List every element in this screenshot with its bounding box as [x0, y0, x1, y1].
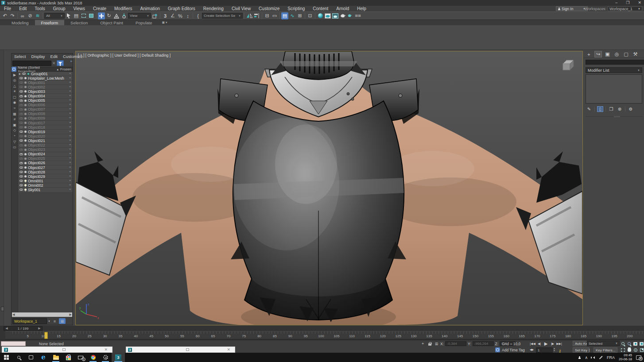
make-unique-icon[interactable] [608, 106, 614, 112]
set-key-mode-icon[interactable] [586, 348, 592, 353]
select-and-scale-icon[interactable] [113, 12, 120, 19]
frozen-toggle-icon[interactable] [69, 143, 71, 147]
visibility-eye-icon[interactable] [19, 162, 23, 164]
scene-object-row[interactable]: Object017 [18, 121, 73, 125]
menu-item[interactable]: Create [89, 6, 110, 12]
scene-explorer-menu-item[interactable]: Display [28, 54, 47, 59]
frozen-toggle-icon[interactable] [69, 76, 71, 81]
file-explorer-button[interactable] [50, 353, 62, 362]
speaker-icon[interactable] [592, 356, 595, 359]
selection-column-icon[interactable] [12, 67, 16, 72]
render-production-icon[interactable] [339, 12, 346, 19]
scene-object-row[interactable]: Object003 [18, 89, 73, 94]
edge-button[interactable]: e [37, 353, 50, 362]
select-and-rotate-icon[interactable] [105, 12, 113, 19]
left-dock-strip[interactable] [0, 50, 4, 326]
align-icon[interactable] [253, 12, 260, 19]
visibility-eye-icon[interactable] [19, 171, 23, 173]
frozen-toggle-icon[interactable] [69, 174, 71, 179]
pan-icon[interactable] [626, 347, 632, 353]
material-editor-icon[interactable] [317, 12, 324, 19]
y-field[interactable]: -966,264 [473, 341, 494, 346]
frozen-toggle-icon[interactable] [69, 72, 71, 76]
maxscript-mini-listener[interactable] [1, 341, 26, 346]
select-tool-icon[interactable] [12, 73, 17, 77]
sign-in-button[interactable]: Sign In ▼ [556, 6, 588, 11]
hidden-icons-chevron[interactable]: ∧ [585, 355, 588, 360]
scene-object-row[interactable]: Object018 [18, 125, 73, 130]
frozen-toggle-icon[interactable] [69, 183, 71, 188]
display-cameras-icon[interactable] [12, 95, 17, 99]
folder-icon[interactable] [12, 145, 17, 150]
scene-object-row[interactable]: Object027 [18, 166, 73, 170]
schematic-view-icon[interactable] [306, 12, 314, 19]
frozen-toggle-icon[interactable] [69, 81, 71, 85]
scene-object-row[interactable]: Object007 [18, 108, 73, 112]
frozen-toggle-icon[interactable] [69, 112, 71, 116]
visibility-eye-icon[interactable] [19, 81, 23, 84]
add-time-tag[interactable]: Add Time Tag [495, 347, 525, 352]
ribbon-tab[interactable]: Modeling [5, 20, 35, 25]
workspace-dropdown[interactable]: Workspace_1 ▼ [608, 6, 642, 11]
scene-object-row[interactable]: Omni002 [18, 183, 73, 188]
visibility-eye-icon[interactable] [19, 135, 23, 137]
create-tab-icon[interactable] [585, 51, 593, 58]
frozen-toggle-icon[interactable] [69, 147, 71, 152]
frozen-toggle-icon[interactable] [69, 107, 71, 112]
ribbon-minimize-control[interactable]: ▣ ▾ [162, 20, 167, 25]
frame-spinner[interactable]: ▲▼ [553, 347, 555, 352]
window-crossing-icon[interactable] [88, 12, 95, 19]
use-pivot-center-icon[interactable] [151, 12, 159, 19]
expand-arrow-icon[interactable]: ▸ [19, 72, 22, 76]
frozen-toggle-icon[interactable] [69, 134, 71, 139]
minimize-button[interactable]: – [615, 0, 617, 6]
clear-search-icon[interactable]: ✕ [52, 61, 56, 65]
scene-object-row[interactable]: Object025 [18, 157, 73, 161]
display-bones-icon[interactable] [12, 117, 17, 122]
menu-item[interactable]: Views [70, 6, 89, 12]
scene-object-row[interactable]: Object028 [18, 170, 73, 174]
frame-back-arrow[interactable]: ◀ [4, 327, 9, 330]
display-groups-icon[interactable] [12, 112, 17, 116]
scene-explorer-menu-item[interactable]: Select [12, 54, 28, 59]
scene-object-row[interactable]: Omni001 [18, 179, 73, 183]
display-materials-icon[interactable] [12, 128, 17, 133]
taskbar-search-button[interactable] [12, 353, 25, 362]
explorer-workspace-tab[interactable]: Workspace_1 [12, 318, 47, 324]
layer-mode-icon[interactable] [51, 318, 58, 324]
unlink-selection-icon[interactable] [27, 12, 34, 19]
hierarchy-mode-icon[interactable] [59, 318, 66, 324]
visibility-eye-icon[interactable] [19, 100, 23, 102]
absolute-mode-icon[interactable] [434, 341, 439, 346]
scene-object-row[interactable]: ▸ Group001 [18, 72, 73, 76]
task-view-button[interactable] [25, 353, 37, 362]
zoom-all-icon[interactable] [626, 341, 632, 347]
visibility-eye-icon[interactable] [19, 175, 23, 177]
selection-filter-dropdown[interactable]: All▼ [44, 13, 65, 19]
menu-item[interactable]: File [0, 6, 15, 12]
selection-set-key-dropdown[interactable]: Selected ▼ [587, 341, 620, 346]
x-field[interactable]: -0,384 [445, 341, 466, 346]
visibility-eye-icon[interactable] [19, 149, 23, 151]
frozen-toggle-icon[interactable] [69, 116, 71, 120]
display-shapes-icon[interactable] [12, 84, 17, 88]
select-and-move-icon[interactable] [98, 12, 105, 19]
select-and-place-icon[interactable] [120, 12, 128, 19]
display-containers-icon[interactable] [12, 123, 17, 127]
scene-object-row[interactable]: Object023 [18, 148, 73, 152]
display-lights-icon[interactable] [12, 89, 17, 94]
render-presets-icon[interactable] [354, 12, 361, 19]
ribbon-tab[interactable]: Populate [129, 20, 159, 25]
restore-button[interactable]: ❐ [626, 0, 629, 6]
visibility-eye-icon[interactable] [19, 113, 23, 115]
horizontal-scrollbar[interactable]: ◀ ▶ [12, 312, 72, 317]
close-icon[interactable]: ✕ [227, 348, 230, 352]
menu-item[interactable]: Civil View [228, 6, 255, 12]
bind-to-spacewarp-icon[interactable] [34, 12, 41, 19]
play-button[interactable] [543, 341, 549, 347]
scene-explorer-icon[interactable] [281, 12, 288, 19]
select-object-icon[interactable] [65, 12, 72, 19]
scene-object-row[interactable]: Object008 [18, 112, 73, 116]
frozen-toggle-icon[interactable] [69, 188, 71, 192]
frozen-toggle-icon[interactable] [69, 98, 71, 103]
